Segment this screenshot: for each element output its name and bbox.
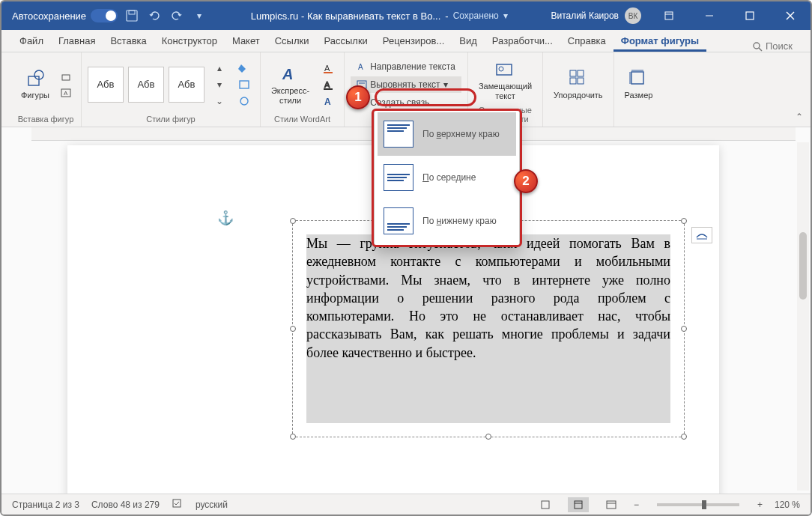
tab-layout[interactable]: Макет (225, 31, 267, 52)
resize-handle[interactable] (290, 218, 296, 224)
style-tile[interactable]: Абв (128, 67, 164, 103)
svg-rect-19 (324, 72, 333, 73)
tab-design[interactable]: Конструктор (154, 31, 225, 52)
gallery-down-icon[interactable]: ▾ (210, 77, 228, 92)
alt-text-label: Замещающий текст (479, 82, 532, 100)
tab-home[interactable]: Главная (51, 31, 103, 52)
svg-rect-1 (129, 10, 135, 14)
style-tile[interactable]: Абв (169, 67, 204, 103)
svg-text:A: A (324, 64, 330, 73)
user-account[interactable]: Виталий Каиров ВК (551, 7, 641, 24)
undo-icon[interactable] (146, 7, 163, 24)
group-label-shape-styles: Стили фигур (146, 113, 195, 125)
shape-outline-icon[interactable] (236, 77, 254, 92)
tab-file[interactable]: Файл (12, 31, 51, 52)
text-box-shape[interactable]: Мы — группа энтузиастов, чьих идеей помо… (292, 220, 685, 437)
page-indicator[interactable]: Страница 2 из 3 (12, 500, 79, 510)
style-tile[interactable]: Абв (88, 67, 124, 103)
resize-handle[interactable] (681, 434, 687, 440)
resize-handle[interactable] (485, 434, 491, 440)
language-indicator[interactable]: русский (196, 500, 228, 510)
group-wordart-styles: A Экспресс- стили A A A Стили WordArt (261, 52, 345, 127)
align-text-label: Выровнять текст (370, 79, 440, 90)
zoom-out-icon[interactable]: − (634, 500, 639, 510)
shape-fill-icon[interactable] (236, 61, 254, 76)
redo-icon[interactable] (169, 7, 185, 24)
group-label-size (637, 113, 640, 125)
callout-badge: 1 (346, 85, 370, 109)
arrange-button[interactable]: Упорядочить (549, 67, 607, 101)
resize-handle[interactable] (290, 326, 296, 332)
size-icon (628, 68, 649, 89)
resize-handle[interactable] (290, 434, 296, 440)
text-box-content[interactable]: Мы — группа энтузиастов, чьих идеей помо… (306, 234, 670, 423)
text-outline-icon[interactable]: A (320, 77, 338, 92)
spell-check-icon[interactable] (172, 498, 184, 511)
group-shape-styles: Абв Абв Абв ▴ ▾ ⌄ Стили фигур (82, 52, 261, 127)
search-icon (752, 41, 763, 52)
tab-review[interactable]: Рецензиров... (375, 31, 452, 52)
arrange-icon (568, 68, 589, 89)
word-count[interactable]: Слово 48 из 279 (91, 500, 160, 510)
alt-text-button[interactable]: Замещающий текст (474, 58, 536, 101)
tab-references[interactable]: Ссылки (267, 31, 317, 52)
layout-options-button[interactable] (691, 227, 712, 243)
callout-badge: 2 (514, 169, 538, 193)
resize-handle[interactable] (681, 218, 687, 224)
svg-rect-21 (324, 88, 333, 90)
text-effects-icon[interactable]: A (320, 94, 338, 109)
resize-handle[interactable] (681, 326, 687, 332)
align-bottom-item[interactable]: По нижнему краю (378, 199, 516, 243)
search-box[interactable]: Поиск (752, 40, 800, 52)
shapes-button[interactable]: Фигуры (16, 67, 54, 101)
zoom-slider[interactable] (657, 503, 739, 506)
group-label-wordart: Стили WordArt (274, 113, 330, 125)
print-layout-icon[interactable] (568, 497, 589, 512)
maximize-icon[interactable] (733, 1, 767, 30)
text-direction-button[interactable]: A Направление текста (351, 58, 461, 75)
quick-styles-button[interactable]: A Экспресс- стили (267, 62, 314, 106)
tab-mailings[interactable]: Рассылки (316, 31, 375, 52)
web-layout-icon[interactable] (601, 497, 622, 512)
search-label: Поиск (766, 40, 793, 52)
style-gallery[interactable]: Абв Абв Абв (88, 67, 204, 103)
ribbon-display-icon[interactable] (652, 1, 686, 30)
tab-view[interactable]: Вид (452, 31, 485, 52)
align-top-item[interactable]: По верхнему краю (378, 112, 516, 156)
scrollbar-thumb[interactable] (799, 232, 807, 300)
text-fill-icon[interactable]: A (320, 61, 338, 76)
zoom-in-icon[interactable]: + (757, 500, 763, 510)
gallery-more-icon[interactable]: ⌄ (210, 94, 228, 109)
tab-help[interactable]: Справка (560, 31, 613, 52)
title-bar: Автосохранение ▾ Lumpics.ru - Как выравн… (1, 1, 811, 30)
qat-dropdown-icon[interactable]: ▾ (191, 7, 207, 24)
save-status: Сохранено (453, 10, 499, 21)
size-button[interactable]: Размер (620, 67, 658, 101)
tab-developer[interactable]: Разработчи... (485, 31, 560, 52)
shapes-icon (25, 68, 46, 89)
align-middle-item[interactable]: По середине (378, 156, 516, 199)
svg-text:A: A (358, 63, 363, 71)
save-icon[interactable] (124, 7, 140, 24)
svg-rect-28 (570, 70, 576, 76)
edit-shape-icon[interactable] (57, 69, 75, 84)
svg-rect-15 (240, 81, 249, 88)
minimize-icon[interactable] (692, 1, 727, 30)
vertical-scrollbar[interactable] (797, 142, 809, 491)
tab-shape-format[interactable]: Формат фигуры (613, 31, 706, 52)
zoom-level[interactable]: 120 % (775, 500, 800, 510)
close-icon[interactable] (773, 1, 808, 30)
autosave-toggle[interactable]: Автосохранение (12, 9, 118, 22)
collapse-ribbon-icon[interactable]: ⌃ (796, 112, 803, 122)
shape-effects-icon[interactable] (236, 94, 254, 109)
align-bottom-label: По нижнему краю (422, 216, 497, 226)
document-title: Lumpics.ru - Как выравнивать текст в Во.… (213, 10, 545, 22)
toggle-switch[interactable] (91, 9, 118, 22)
tab-insert[interactable]: Вставка (103, 31, 154, 52)
text-box-icon[interactable]: A (57, 85, 75, 100)
status-bar: Страница 2 из 3 Слово 48 из 279 русский … (1, 494, 811, 515)
gallery-up-icon[interactable]: ▴ (210, 61, 228, 76)
focus-mode-icon[interactable] (535, 497, 556, 512)
quick-styles-label: Экспресс- стили (271, 86, 309, 104)
text-box-text[interactable]: Мы — группа энтузиастов, чьих идеей помо… (306, 234, 670, 362)
